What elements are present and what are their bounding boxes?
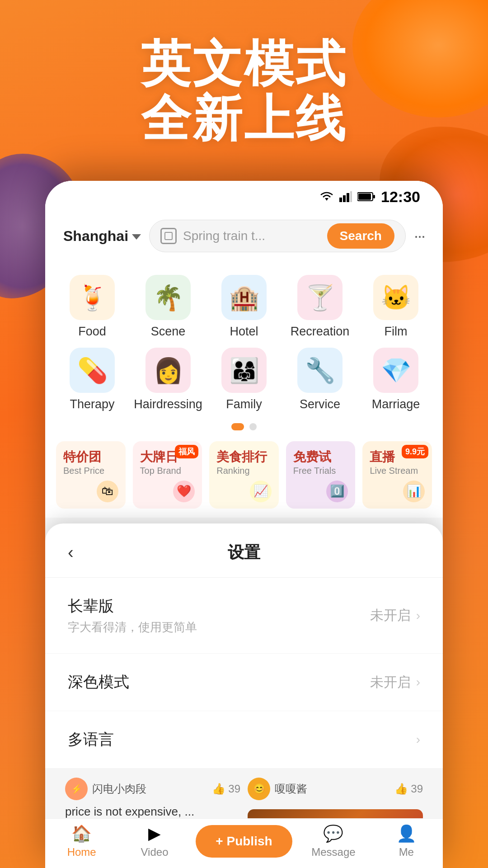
settings-header: ‹ 设置 xyxy=(45,524,443,578)
search-input-wrap[interactable]: Spring train t... Search xyxy=(149,220,406,252)
promo-top-brand-en: Top Brand xyxy=(140,466,195,476)
family-label: Family xyxy=(226,397,262,411)
settings-dark-mode-right: 未开启 › xyxy=(370,673,420,692)
hero-line1: 英文模式 xyxy=(0,36,488,91)
search-button[interactable]: Search xyxy=(327,223,394,249)
settings-title: 设置 xyxy=(68,542,420,564)
category-hotel[interactable]: 🏨 Hotel xyxy=(212,275,276,339)
category-film[interactable]: 🐱 Film xyxy=(364,275,427,339)
dot-1 xyxy=(231,423,244,430)
settings-item-dark-mode[interactable]: 深色模式 未开启 › xyxy=(45,654,443,711)
more-icon[interactable]: ··· xyxy=(414,226,425,245)
category-family[interactable]: 👨‍👩‍👧 Family xyxy=(212,348,276,411)
hotel-label: Hotel xyxy=(230,325,258,339)
phone-mockup: 12:30 Shanghai Spring train t... Search … xyxy=(45,181,443,868)
search-bar: Shanghai Spring train t... Search ··· xyxy=(45,212,443,261)
settings-language-chevron-icon: › xyxy=(416,732,420,747)
hotel-icon: 🏨 xyxy=(221,275,267,320)
promo-free-trials-en: Free Trials xyxy=(293,466,348,476)
settings-senior-chevron-icon: › xyxy=(416,609,420,623)
settings-back-button[interactable]: ‹ xyxy=(68,543,74,562)
location-text: Shanghai xyxy=(63,228,128,245)
hero-line2: 全新上线 xyxy=(0,91,488,146)
feed-card-2-likes: 👍 39 xyxy=(394,783,423,795)
svg-rect-1 xyxy=(343,195,346,202)
home-icon: 🏠 xyxy=(71,824,92,843)
svg-rect-5 xyxy=(373,195,375,198)
feed-card-1-likes: 👍 39 xyxy=(212,783,240,795)
dot-2 xyxy=(249,423,257,430)
feed-card-1-text: price is not expensive, ... xyxy=(65,805,240,819)
therapy-icon: 💊 xyxy=(70,348,115,393)
video-icon: ▶ xyxy=(148,824,161,843)
promo-best-price[interactable]: 特价团 Best Price 🛍 xyxy=(56,441,126,509)
feed-card-1-avatar: ⚡ xyxy=(65,778,88,800)
settings-language-right: › xyxy=(416,732,420,747)
category-hairdressing[interactable]: 👩 Hairdressing xyxy=(136,348,200,411)
promo-ranking[interactable]: 美食排行 Ranking 📈 xyxy=(209,441,279,509)
settings-item-senior[interactable]: 长辈版 字大看得清，使用更简单 未开启 › xyxy=(45,578,443,654)
nav-me[interactable]: 👤 Me xyxy=(375,824,438,859)
publish-button[interactable]: + Publish xyxy=(196,825,292,858)
status-bar: 12:30 xyxy=(45,181,443,212)
svg-rect-6 xyxy=(358,193,371,200)
category-recreation[interactable]: 🍸 Recreation xyxy=(288,275,352,339)
settings-item-language[interactable]: 多语言 › xyxy=(45,711,443,769)
category-marriage[interactable]: 💎 Marriage xyxy=(364,348,427,411)
promo-live-stream-en: Live Stream xyxy=(370,466,425,476)
service-label: Service xyxy=(300,397,340,411)
phone-inner: 12:30 Shanghai Spring train t... Search … xyxy=(45,181,443,868)
page-dots xyxy=(45,416,443,435)
category-food[interactable]: 🍹 Food xyxy=(61,275,124,339)
feed-card-2-username: 嗄嗄酱 xyxy=(275,782,307,796)
signal-icon xyxy=(339,191,352,202)
location-selector[interactable]: Shanghai xyxy=(63,228,141,245)
film-label: Film xyxy=(385,325,408,339)
scene-icon: 🌴 xyxy=(145,275,191,320)
category-service[interactable]: 🔧 Service xyxy=(288,348,352,411)
promo-best-price-cn: 特价团 xyxy=(63,449,118,465)
settings-dark-mode-status: 未开启 xyxy=(370,673,411,692)
scan-icon[interactable] xyxy=(160,228,177,244)
film-icon: 🐱 xyxy=(373,275,418,320)
svg-rect-0 xyxy=(339,198,342,202)
promo-free-trials[interactable]: 免费试 Free Trials 0️⃣ xyxy=(286,441,356,509)
promo-top-brand[interactable]: 福风 大牌日 Top Brand ❤️ xyxy=(133,441,202,509)
category-grid: 🍹 Food 🌴 Scene 🏨 Hotel 🍸 Recreation 🐱 xyxy=(45,261,443,416)
nav-home[interactable]: 🏠 Home xyxy=(50,824,113,859)
best-price-icon: 🛍 xyxy=(97,481,118,502)
svg-rect-3 xyxy=(350,191,352,202)
food-icon: 🍹 xyxy=(70,275,115,320)
settings-senior-subtitle: 字大看得清，使用更简单 xyxy=(68,619,197,635)
feed-card-2-avatar: 😊 xyxy=(248,778,270,800)
promo-row: 特价团 Best Price 🛍 福风 大牌日 Top Brand ❤️ 美食排… xyxy=(45,435,443,518)
category-row-1: 🍹 Food 🌴 Scene 🏨 Hotel 🍸 Recreation 🐱 xyxy=(54,270,434,343)
nav-message-label: Message xyxy=(311,846,355,859)
hairdressing-label: Hairdressing xyxy=(134,397,202,411)
me-icon: 👤 xyxy=(396,824,417,843)
live-stream-icon: 📊 xyxy=(403,481,425,502)
settings-panel: ‹ 设置 长辈版 字大看得清，使用更简单 未开启 › 深色模式 未开启 xyxy=(45,524,443,868)
wifi-icon xyxy=(319,191,334,203)
nav-video[interactable]: ▶ Video xyxy=(123,824,186,859)
settings-dark-mode-left: 深色模式 xyxy=(68,672,129,693)
nav-message[interactable]: 💬 Message xyxy=(302,824,365,859)
bottom-nav: 🏠 Home ▶ Video + Publish 💬 Message 👤 Me xyxy=(45,818,443,868)
promo-ranking-en: Ranking xyxy=(216,466,272,476)
feed-card-1-user-row: ⚡ 闪电小肉段 👍 39 xyxy=(65,778,240,800)
hairdressing-icon: 👩 xyxy=(145,348,191,393)
scene-label: Scene xyxy=(151,325,186,339)
promo-live-stream[interactable]: 9.9元 直播 Live Stream 📊 xyxy=(362,441,432,509)
settings-language-title: 多语言 xyxy=(68,729,114,750)
category-scene[interactable]: 🌴 Scene xyxy=(136,275,200,339)
ranking-icon: 📈 xyxy=(250,481,272,502)
top-brand-icon: ❤️ xyxy=(173,481,195,502)
hero-section: 英文模式 全新上线 xyxy=(0,36,488,146)
promo-best-price-en: Best Price xyxy=(63,466,118,476)
status-time: 12:30 xyxy=(381,188,420,206)
category-therapy[interactable]: 💊 Therapy xyxy=(61,348,124,411)
settings-language-left: 多语言 xyxy=(68,729,114,750)
promo-free-trials-cn: 免费试 xyxy=(293,449,348,465)
family-icon: 👨‍👩‍👧 xyxy=(221,348,267,393)
free-trials-icon: 0️⃣ xyxy=(326,481,348,502)
